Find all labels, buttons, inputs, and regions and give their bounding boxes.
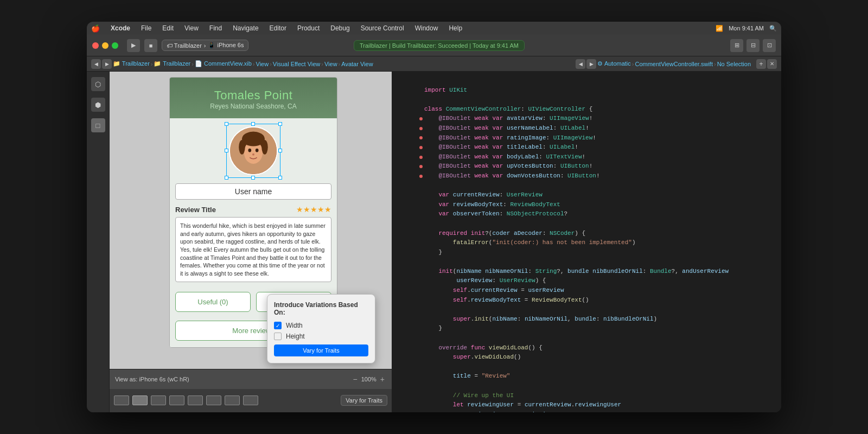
height-checkbox[interactable] bbox=[274, 333, 282, 340]
code-content[interactable]: import UIKit class CommentViewController… bbox=[392, 72, 781, 412]
scheme-name: 🏷 Trailblazer bbox=[167, 42, 202, 49]
code-line bbox=[392, 95, 781, 105]
review-body[interactable]: This wonderful hike, which is best enjoy… bbox=[175, 217, 331, 282]
add-editor-button[interactable]: + bbox=[756, 59, 766, 69]
search-icon[interactable]: 🔍 bbox=[769, 25, 777, 32]
menu-bar: 🍎 Xcode File Edit View Find Navigate Edi… bbox=[87, 22, 781, 35]
breadcrumb-file[interactable]: CommentViewController.swift bbox=[635, 61, 712, 67]
code-line: super.viewDidLoad() bbox=[392, 353, 781, 362]
vary-for-traits-button[interactable]: Vary for Traits bbox=[274, 344, 368, 356]
code-line bbox=[392, 76, 781, 86]
menu-navigate[interactable]: Navigate bbox=[231, 24, 260, 32]
device-icon-1[interactable] bbox=[114, 395, 129, 405]
menu-debug[interactable]: Debug bbox=[328, 24, 352, 32]
code-line: @IBOutlet weak var avatarView: UIImageVi… bbox=[392, 114, 781, 124]
navigator-icon-1[interactable]: ⬡ bbox=[91, 77, 105, 91]
navigator-icon-2[interactable]: ⬢ bbox=[91, 98, 105, 112]
nav-right-button[interactable]: ▶ bbox=[102, 59, 112, 69]
breadcrumb-item-5[interactable]: Visual Effect View bbox=[273, 61, 320, 67]
wifi-icon: 📶 bbox=[716, 25, 723, 32]
card-subtitle: Reyes National Seashore, CA bbox=[175, 103, 331, 110]
navigator-icon-3[interactable]: □ bbox=[91, 118, 105, 132]
stop-button[interactable]: ■ bbox=[144, 39, 157, 52]
useful-button[interactable]: Useful (0) bbox=[175, 292, 251, 312]
code-line: @IBOutlet weak var ratingImage: UIImageV… bbox=[392, 133, 781, 143]
scheme-selector[interactable]: 🏷 Trailblazer › 📱 iPhone 6s bbox=[162, 40, 248, 51]
fullscreen-button[interactable] bbox=[112, 42, 118, 49]
resize-handle-bl[interactable] bbox=[225, 176, 228, 180]
build-status: Trailblazer | Build Trailblazer: Succeed… bbox=[354, 40, 525, 51]
device-icon-7[interactable] bbox=[225, 395, 240, 405]
resize-handle-mr[interactable] bbox=[278, 149, 282, 152]
avatar-section bbox=[170, 118, 337, 181]
card-header: Tomales Point Reyes National Seashore, C… bbox=[170, 78, 337, 118]
code-line: required init?(coder aDecoder: NSCoder) … bbox=[392, 229, 781, 239]
device-icon-8[interactable] bbox=[243, 395, 258, 405]
selection-box bbox=[226, 124, 280, 178]
menu-product[interactable]: Product bbox=[295, 24, 322, 32]
nav-back-button[interactable]: ◀ bbox=[576, 59, 585, 69]
vary-btn-bottom[interactable]: Vary for Traits bbox=[341, 395, 387, 406]
code-line: var reviewBodyText: ReviewBodyText bbox=[392, 200, 781, 210]
avatar-container[interactable] bbox=[229, 126, 278, 175]
nav-toggle-button[interactable]: ⊞ bbox=[730, 39, 743, 52]
username-input[interactable]: User name bbox=[175, 183, 331, 200]
width-checkbox[interactable]: ✓ bbox=[274, 322, 282, 329]
clock: Mon 9:41 AM bbox=[729, 25, 764, 31]
apple-logo[interactable]: 🍎 bbox=[91, 24, 100, 33]
device-icon-6[interactable] bbox=[206, 395, 221, 405]
code-line: var currentReview: UserReview bbox=[392, 190, 781, 200]
breadcrumb-item-2[interactable]: 📁 Trailblazer bbox=[154, 60, 190, 67]
code-line: @IBOutlet weak var userNameLabel: UILabe… bbox=[392, 124, 781, 133]
device-icon-3[interactable] bbox=[151, 395, 166, 405]
zoom-out-button[interactable]: − bbox=[351, 375, 359, 384]
resize-handle-tm[interactable] bbox=[251, 122, 255, 126]
resize-handle-br[interactable] bbox=[278, 176, 282, 180]
breadcrumb-item-4[interactable]: View bbox=[256, 61, 269, 67]
nav-left-button[interactable]: ◀ bbox=[91, 59, 101, 69]
breadcrumb-selection[interactable]: No Selection bbox=[717, 61, 751, 67]
ib-view-bar: View as: iPhone 6s (wC hR) − 100% + bbox=[110, 369, 392, 389]
code-line bbox=[392, 219, 781, 229]
menu-source-control[interactable]: Source Control bbox=[359, 24, 406, 32]
close-editor-button[interactable]: ✕ bbox=[767, 59, 777, 69]
inspector-toggle-button[interactable]: ⊡ bbox=[763, 39, 776, 52]
close-button[interactable] bbox=[92, 42, 99, 49]
nav-forward-button[interactable]: ▶ bbox=[586, 59, 596, 69]
breadcrumb-item-6[interactable]: View bbox=[324, 61, 337, 67]
menu-file[interactable]: File bbox=[139, 24, 154, 32]
breadcrumb-automatic[interactable]: ⚙ Automatic bbox=[597, 60, 630, 67]
breadcrumb-item-3[interactable]: 📄 CommentView.xib bbox=[195, 60, 252, 67]
run-button[interactable]: ▶ bbox=[127, 39, 140, 52]
layout-toggle-button[interactable]: ⊟ bbox=[746, 39, 760, 52]
breadcrumb-item-1[interactable]: 📁 Trailblazer bbox=[113, 60, 150, 67]
menu-xcode[interactable]: Xcode bbox=[108, 24, 132, 32]
view-as-label: View as: iPhone 6s (wC hR) bbox=[115, 376, 189, 382]
code-line: avatarView.image = reviewingUser?.avatar… bbox=[392, 410, 781, 412]
breadcrumb-bar: ◀ ▶ 📁 Trailblazer › 📁 Trailblazer › 📄 Co… bbox=[87, 56, 781, 72]
code-line: } bbox=[392, 324, 781, 334]
code-line: init(nibName nibNameOrNil: String?, bund… bbox=[392, 267, 781, 277]
menu-help[interactable]: Help bbox=[446, 24, 464, 32]
width-label: Width bbox=[286, 322, 303, 329]
zoom-in-button[interactable]: + bbox=[379, 375, 386, 384]
resize-handle-tr[interactable] bbox=[278, 122, 282, 126]
breadcrumb-item-7[interactable]: Avatar View bbox=[341, 61, 373, 67]
resize-handle-ml[interactable] bbox=[225, 149, 228, 152]
device-icon-2[interactable] bbox=[132, 395, 148, 405]
menu-find[interactable]: Find bbox=[207, 24, 224, 32]
device-icon-5[interactable] bbox=[188, 395, 203, 405]
menu-view[interactable]: View bbox=[182, 24, 201, 32]
code-line bbox=[392, 305, 781, 315]
resize-handle-bm[interactable] bbox=[251, 176, 255, 180]
ib-canvas: Tomales Point Reyes National Seashore, C… bbox=[110, 72, 392, 412]
menu-edit[interactable]: Edit bbox=[160, 24, 176, 32]
menu-window[interactable]: Window bbox=[413, 24, 441, 32]
resize-handle-tl[interactable] bbox=[225, 122, 228, 126]
device-icon-4[interactable] bbox=[169, 395, 184, 405]
code-editor: import UIKit class CommentViewController… bbox=[392, 72, 781, 412]
code-line: var observerToken: NSObjectProtocol? bbox=[392, 209, 781, 219]
minimize-button[interactable] bbox=[102, 42, 108, 49]
code-line: } bbox=[392, 248, 781, 258]
menu-editor[interactable]: Editor bbox=[267, 24, 289, 32]
